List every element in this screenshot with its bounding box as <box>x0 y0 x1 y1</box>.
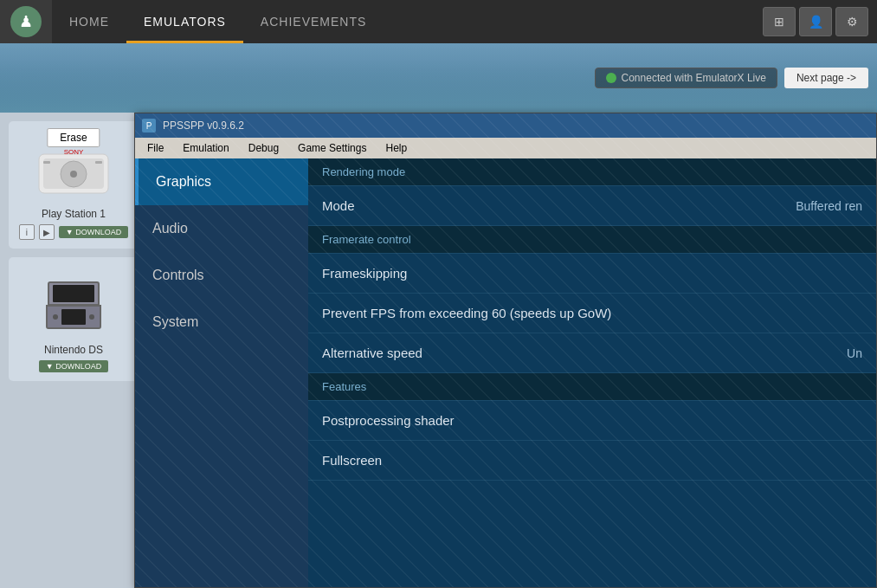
settings-controls[interactable]: Controls <box>135 252 308 299</box>
playstation-card: Erase SONY Play Station 1 i <box>9 121 139 249</box>
section-rendering: Rendering mode <box>308 158 876 186</box>
nds-card: Nintendo DS ▼ DOWNLOAD <box>9 257 139 381</box>
next-page-button[interactable]: Next page -> <box>784 68 868 88</box>
window-body: Graphics Audio Controls System Rendering… <box>135 158 876 587</box>
svg-rect-5 <box>43 161 50 164</box>
top-nav: HOME EMULATORS ACHIEVEMENTS ⊞ 👤 ⚙ <box>0 0 877 43</box>
banner-status: Connected with EmulatorX Live Next page … <box>595 68 868 88</box>
settings-sidebar: Graphics Audio Controls System <box>135 158 308 587</box>
settings-altspeed-row[interactable]: Alternative speed Un <box>308 333 876 373</box>
settings-system[interactable]: System <box>135 299 308 346</box>
svg-text:SONY: SONY <box>64 148 84 156</box>
alt-speed-label: Alternative speed <box>322 346 422 360</box>
svg-rect-6 <box>95 161 102 164</box>
menu-debug[interactable]: Debug <box>240 140 287 156</box>
alt-speed-value: Un <box>847 346 862 360</box>
nds-actions: ▼ DOWNLOAD <box>17 360 130 372</box>
nav-btn-display[interactable]: ⊞ <box>763 7 796 36</box>
nav-home[interactable]: HOME <box>52 0 126 43</box>
status-text: Connected with EmulatorX Live <box>622 72 766 84</box>
settings-graphics[interactable]: Graphics <box>135 158 308 205</box>
fullscreen-label: Fullscreen <box>322 453 382 468</box>
playstation-actions: i ▶ ▼ DOWNLOAD <box>17 224 130 240</box>
window-title: PPSSPP v0.9.6.2 <box>163 120 244 132</box>
svg-point-3 <box>70 171 77 178</box>
menu-help[interactable]: Help <box>377 140 416 156</box>
nav-btn-settings[interactable]: ⚙ <box>835 7 868 36</box>
nds-bottom-screen <box>46 305 101 329</box>
banner: Connected with EmulatorX Live Next page … <box>0 43 877 113</box>
settings-fullscreen-row[interactable]: Fullscreen <box>308 441 876 481</box>
nav-emulators[interactable]: EMULATORS <box>126 0 243 43</box>
ppsspp-window: P PPSSPP v0.9.6.2 File Emulation Debug G… <box>134 113 877 588</box>
logo-icon <box>10 6 42 37</box>
settings-postprocessing-row[interactable]: Postprocessing shader <box>308 401 876 441</box>
nav-items: HOME EMULATORS ACHIEVEMENTS <box>52 0 763 43</box>
menu-emulation[interactable]: Emulation <box>174 140 237 156</box>
postprocessing-label: Postprocessing shader <box>322 413 455 428</box>
info-button[interactable]: i <box>19 224 35 240</box>
settings-mode-row[interactable]: Mode Buffered ren <box>308 186 876 226</box>
play-button[interactable]: ▶ <box>39 224 55 240</box>
menu-file[interactable]: File <box>139 140 172 156</box>
settings-audio[interactable]: Audio <box>135 205 308 252</box>
mode-value: Buffered ren <box>796 199 862 213</box>
main-content: Erase SONY Play Station 1 i <box>0 113 877 588</box>
fps-label: Prevent FPS from exceeding 60 (speeds up… <box>322 306 611 320</box>
connection-status: Connected with EmulatorX Live <box>595 68 777 88</box>
download-button[interactable]: ▼ DOWNLOAD <box>59 226 128 238</box>
window-menubar: File Emulation Debug Game Settings Help <box>135 138 876 158</box>
nav-btn-user[interactable]: 👤 <box>799 7 832 36</box>
nav-actions: ⊞ 👤 ⚙ <box>763 7 877 36</box>
nav-achievements[interactable]: ACHIEVEMENTS <box>243 0 384 43</box>
status-dot <box>606 73 616 83</box>
nds-download-button[interactable]: ▼ DOWNLOAD <box>39 360 108 372</box>
window-icon: P <box>142 119 156 132</box>
app-logo <box>0 0 52 43</box>
nds-btn-2 <box>89 314 94 320</box>
nds-name: Nintendo DS <box>17 344 130 356</box>
nds-btn-1 <box>53 314 58 320</box>
settings-frameskipping-row[interactable]: Frameskipping <box>308 254 876 294</box>
frameskipping-label: Frameskipping <box>322 266 407 281</box>
nds-top-screen <box>48 281 100 306</box>
playstation-name: Play Station 1 <box>17 208 130 220</box>
left-sidebar: Erase SONY Play Station 1 i <box>0 113 147 588</box>
settings-content: Rendering mode Mode Buffered ren Framera… <box>308 158 876 587</box>
mode-label: Mode <box>322 198 355 213</box>
section-framerate: Framerate control <box>308 226 876 254</box>
menu-gamesettings[interactable]: Game Settings <box>289 140 375 156</box>
nds-image <box>30 266 117 344</box>
erase-button[interactable]: Erase <box>47 128 100 147</box>
settings-fps-row[interactable]: Prevent FPS from exceeding 60 (speeds up… <box>308 294 876 333</box>
section-features: Features <box>308 373 876 401</box>
window-titlebar: P PPSSPP v0.9.6.2 <box>135 113 876 138</box>
